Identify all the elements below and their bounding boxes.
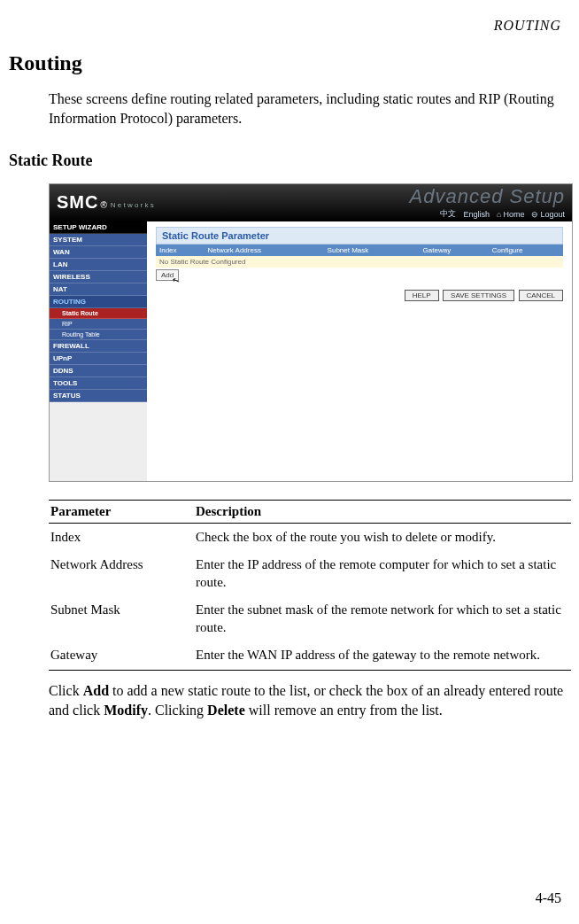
sidebar-nav: SETUP WIZARD SYSTEM WAN LAN WIRELESS NAT… — [50, 221, 147, 481]
logo: SMC ® N e t w o r k s — [57, 192, 154, 213]
nav-firewall[interactable]: FIREWALL — [50, 340, 147, 353]
param-name: Network Address — [49, 551, 194, 596]
header-right: Advanced Setup 中文 English ⌂Home ⊖Logout — [410, 185, 565, 220]
intro-paragraph: These screens define routing related par… — [49, 89, 570, 129]
nav-static-route[interactable]: Static Route — [50, 308, 147, 319]
nav-setup-wizard[interactable]: SETUP WIZARD — [50, 221, 147, 234]
parameter-table: Parameter Description Index Check the bo… — [49, 500, 571, 671]
lang-en-link[interactable]: English — [463, 208, 490, 220]
table-row: Subnet Mask Enter the subnet mask of the… — [49, 596, 571, 641]
table-row: Gateway Enter the WAN IP address of the … — [49, 641, 571, 670]
save-settings-button[interactable]: SAVE SETTINGS — [443, 290, 514, 301]
screenshot-header: SMC ® N e t w o r k s Advanced Setup 中文 … — [50, 184, 572, 221]
param-name: Index — [49, 523, 194, 551]
nav-wan[interactable]: WAN — [50, 246, 147, 259]
logo-subtext: N e t w o r k s — [111, 201, 154, 209]
col-index: Index — [156, 245, 204, 256]
nav-system[interactable]: SYSTEM — [50, 234, 147, 246]
param-desc: Enter the subnet mask of the remote netw… — [194, 596, 571, 641]
nav-ddns[interactable]: DDNS — [50, 365, 147, 377]
nav-rip[interactable]: RIP — [50, 319, 147, 330]
page-number: 4-45 — [536, 890, 561, 906]
col-subnet-mask: Subnet Mask — [324, 245, 420, 256]
content-panel: Static Route Parameter Index Network Add… — [147, 221, 572, 481]
nav-lan[interactable]: LAN — [50, 259, 147, 271]
nav-wireless[interactable]: WIRELESS — [50, 271, 147, 283]
th-parameter: Parameter — [49, 500, 194, 523]
param-desc: Enter the WAN IP address of the gateway … — [194, 641, 571, 670]
add-button[interactable]: Add ↖ — [156, 269, 179, 281]
action-buttons: HELP SAVE SETTINGS CANCEL — [156, 290, 563, 301]
logout-link[interactable]: ⊖Logout — [531, 208, 565, 220]
header-title: Advanced Setup — [410, 185, 565, 208]
table-row: Network Address Enter the IP address of … — [49, 551, 571, 596]
nav-status[interactable]: STATUS — [50, 390, 147, 402]
cursor-icon: ↖ — [171, 275, 181, 286]
nav-upnp[interactable]: UPnP — [50, 353, 147, 365]
lang-cn-link[interactable]: 中文 — [440, 208, 456, 220]
param-desc: Check the box of the route you wish to d… — [194, 523, 571, 551]
col-network-address: Network Address — [204, 245, 323, 256]
running-header: ROUTING — [9, 18, 570, 34]
logo-text: SMC — [57, 192, 98, 213]
home-icon: ⌂ — [497, 210, 501, 219]
header-links: 中文 English ⌂Home ⊖Logout — [410, 208, 565, 220]
col-configure: Configure — [489, 245, 563, 256]
nav-nat[interactable]: NAT — [50, 283, 147, 296]
param-name: Gateway — [49, 641, 194, 670]
col-gateway: Gateway — [420, 245, 489, 256]
param-desc: Enter the IP address of the remote compu… — [194, 551, 571, 596]
nav-tools[interactable]: TOOLS — [50, 377, 147, 390]
nav-routing[interactable]: ROUTING — [50, 296, 147, 308]
home-link[interactable]: ⌂Home — [497, 208, 524, 220]
section-heading: Routing — [9, 51, 570, 75]
nav-routing-table[interactable]: Routing Table — [50, 330, 147, 340]
logout-icon: ⊖ — [531, 210, 538, 219]
param-name: Subnet Mask — [49, 596, 194, 641]
panel-title: Static Route Parameter — [156, 227, 563, 245]
help-button[interactable]: HELP — [405, 290, 439, 301]
empty-row: No Static Route Configured — [156, 256, 563, 268]
logo-registered: ® — [100, 200, 106, 210]
table-row: Index Check the box of the route you wis… — [49, 523, 571, 551]
cancel-button[interactable]: CANCEL — [519, 290, 563, 301]
closing-paragraph: Click Add to add a new static route to t… — [49, 681, 571, 721]
subsection-heading: Static Route — [9, 151, 570, 170]
th-description: Description — [194, 500, 571, 523]
static-route-table: Index Network Address Subnet Mask Gatewa… — [156, 245, 563, 268]
router-admin-screenshot: SMC ® N e t w o r k s Advanced Setup 中文 … — [49, 183, 573, 482]
